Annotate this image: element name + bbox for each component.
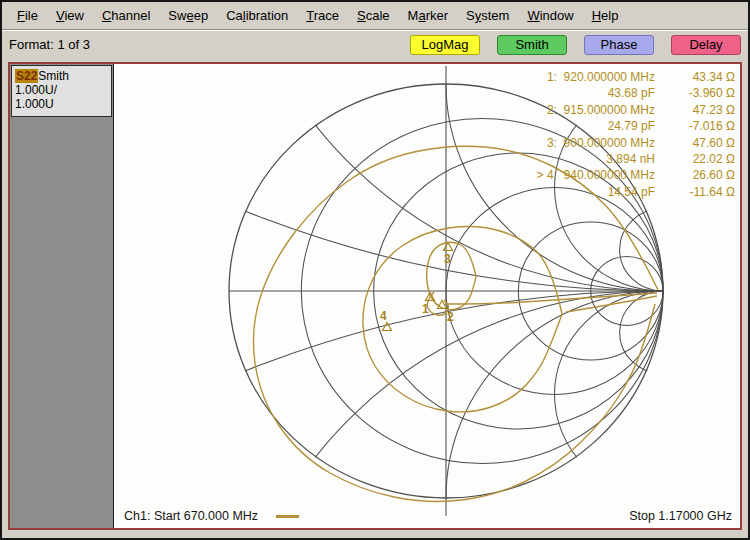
marker-1-freq-row: 1: 920.000000 MHz43.34 Ω [477, 69, 735, 85]
format-label: Format: 1 of 3 [9, 37, 90, 52]
menu-item-scale[interactable]: Scale [348, 5, 399, 26]
marker-readout: 1: 920.000000 MHz43.34 Ω43.68 pF-3.960 Ω… [477, 69, 735, 200]
s22-trace-segment-3 [363, 227, 562, 412]
readout-left-col: 3.894 nH [477, 151, 655, 167]
reactance-arc-x-2 [555, 291, 741, 498]
marker-2-freq-row: 2: 915.000000 MHz47.23 Ω [477, 102, 735, 118]
readout-left-col: 2: 915.000000 MHz [477, 102, 655, 118]
display-area: S22Smith 1.000U/ 1.000U 1234 1: 920.0000… [8, 62, 742, 530]
format-button-smith[interactable]: Smith [497, 35, 567, 55]
menu-item-sweep[interactable]: Sweep [159, 5, 217, 26]
readout-left-col: 3: 900.000000 MHz [477, 135, 655, 151]
readout-right-col: -3.960 Ω [655, 85, 735, 101]
trace-id-badge: S22 [15, 69, 38, 83]
sweep-start-label: Ch1: Start 670.000 MHz [124, 509, 258, 523]
reactance-arc-x-0.2 [114, 291, 740, 528]
sweep-stop-label: Stop 1.17000 GHz [629, 509, 732, 523]
marker-4-freq-row: > 4: 940.000000 MHz26.60 Ω [477, 167, 735, 183]
menu-item-trace[interactable]: Trace [297, 5, 348, 26]
marker-1-equiv-row: 43.68 pF-3.960 Ω [477, 85, 735, 101]
menu-item-marker[interactable]: Marker [399, 5, 457, 26]
readout-right-col: -11.64 Ω [655, 184, 735, 200]
format-toolbar: Format: 1 of 3 LogMagSmithPhaseDelay [2, 30, 748, 59]
marker-3-equiv-row: 3.894 nH22.02 Ω [477, 151, 735, 167]
format-button-logmag[interactable]: LogMag [410, 35, 480, 55]
marker-1-number-label: 1 [422, 302, 429, 316]
readout-right-col: 43.34 Ω [655, 69, 735, 85]
marker-4-equiv-row: 14.54 pF-11.64 Ω [477, 184, 735, 200]
readout-left-col: > 4: 940.000000 MHz [477, 167, 655, 183]
marker-2-equiv-row: 24.79 pF-7.016 Ω [477, 118, 735, 134]
menu-item-file[interactable]: File [8, 5, 47, 26]
vna-application-window: FileViewChannelSweepCalibrationTraceScal… [0, 0, 750, 540]
marker-2-number-label: 2 [447, 310, 454, 324]
trace-format-name: Smith [38, 69, 69, 83]
menu-item-window[interactable]: Window [518, 5, 582, 26]
format-button-phase[interactable]: Phase [584, 35, 654, 55]
readout-right-col: 22.02 Ω [655, 151, 735, 167]
menu-item-calibration[interactable]: Calibration [217, 5, 297, 26]
readout-right-col: 26.60 Ω [655, 167, 735, 183]
menu-bar: FileViewChannelSweepCalibrationTraceScal… [2, 2, 748, 30]
menu-item-system[interactable]: System [457, 5, 518, 26]
trace-reference-value: 1.000U [15, 97, 108, 111]
readout-right-col: 47.60 Ω [655, 135, 735, 151]
marker-3-freq-row: 3: 900.000000 MHz47.60 Ω [477, 135, 735, 151]
trace-title-line: S22Smith [15, 69, 108, 83]
trace-status-box[interactable]: S22Smith 1.000U/ 1.000U [11, 65, 112, 117]
menu-item-view[interactable]: View [47, 5, 93, 26]
trace-sidebar: S22Smith 1.000U/ 1.000U [10, 64, 114, 528]
trace-scale-value: 1.000U/ [15, 83, 108, 97]
sweep-status-row: Ch1: Start 670.000 MHz Stop 1.17000 GHz [124, 509, 732, 523]
trace-color-key [276, 515, 299, 518]
menu-item-channel[interactable]: Channel [93, 5, 159, 26]
readout-left-col: 1: 920.000000 MHz [477, 69, 655, 85]
format-button-delay[interactable]: Delay [671, 35, 741, 55]
readout-right-col: 47.23 Ω [655, 102, 735, 118]
smith-chart-panel: 1234 1: 920.000000 MHz43.34 Ω43.68 pF-3.… [114, 64, 740, 528]
readout-left-col: 43.68 pF [477, 85, 655, 101]
format-buttons: LogMagSmithPhaseDelay [410, 35, 741, 55]
marker-3-number-label: 3 [444, 252, 451, 266]
readout-right-col: -7.016 Ω [655, 118, 735, 134]
readout-left-col: 14.54 pF [477, 184, 655, 200]
readout-left-col: 24.79 pF [477, 118, 655, 134]
marker-4-number-label: 4 [380, 309, 387, 323]
menu-item-help[interactable]: Help [583, 5, 628, 26]
